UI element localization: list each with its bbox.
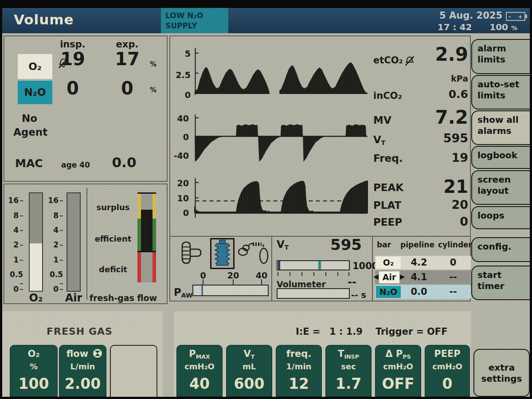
air-supply-chip[interactable]: Air xyxy=(379,271,399,283)
peep-setting-value: 0 xyxy=(425,375,469,392)
fgf-center-top xyxy=(141,194,153,210)
etco2-unit: kPa xyxy=(419,74,468,83)
tinsp-button[interactable]: TINSP sec 1.7 xyxy=(325,345,372,397)
show-all-alarms-button[interactable]: show all alarms xyxy=(471,110,530,145)
fresh-gas-panel: FRESH GAS O₂ % 100 flow L/min 2.00 xyxy=(2,311,163,397)
air-gauge-caption: Air xyxy=(63,292,84,304)
config-button[interactable]: config. xyxy=(471,237,530,262)
battery-plus: + xyxy=(518,13,523,20)
gas-supply-col-cylinder: cylinder xyxy=(438,240,472,249)
waveform-panel: 5 2.5 0 etCO₂ 2.9 kPa inCO₂ 0.6 40 0 -40… xyxy=(169,35,471,301)
flow-axis-tick: 40 xyxy=(172,113,189,123)
start-timer-button[interactable]: start timer xyxy=(471,266,530,300)
flow-selector-icon xyxy=(93,348,102,358)
vt-bargraph-marker xyxy=(318,261,321,270)
vt-setting-value: 600 xyxy=(227,375,272,392)
page-title: Volume xyxy=(14,12,74,27)
peep-label: PEEP xyxy=(373,216,402,228)
peep-setting-unit: cmH₂O xyxy=(425,362,469,371)
screen-layout-button[interactable]: screen layout xyxy=(471,170,530,205)
vt-setting-unit: mL xyxy=(227,362,272,371)
fresh-gas-o2-button[interactable]: O₂ % 100 xyxy=(10,345,58,397)
ventilator-screen: Volume LOW N₂O SUPPLY 5 Aug. 2025 - + 17… xyxy=(2,8,530,397)
fgf-center-fill xyxy=(141,210,153,251)
vt-bar-value: 595 xyxy=(317,236,362,254)
air-select-left-arrow-icon: ◀ xyxy=(373,273,379,281)
battery-minus: - xyxy=(509,13,511,20)
peep-setting-label: PEEP xyxy=(425,348,469,359)
mv-value: 7.2 xyxy=(419,106,468,128)
tinsp-unit: sec xyxy=(326,362,371,371)
exp-column-header: exp. xyxy=(109,39,145,50)
volumeter-value: -- xyxy=(348,276,356,288)
vt-setting-label: VT xyxy=(227,348,272,360)
co2-axis-tick: 2.5 xyxy=(174,70,191,80)
freq-monitor-value: 19 xyxy=(419,151,468,164)
fresh-gas-title: FRESH GAS xyxy=(47,326,113,337)
header-bar: Volume LOW N₂O SUPPLY 5 Aug. 2025 - + 17… xyxy=(2,8,530,33)
auto-set-limits-button[interactable]: auto-set limits xyxy=(471,75,530,110)
o2-insp-value: 19 xyxy=(54,49,91,69)
vt-scale-tick xyxy=(313,272,314,276)
freq-setting-value: 12 xyxy=(276,375,321,392)
peep-setting-button[interactable]: PEEP cmH₂O 0 xyxy=(425,345,470,397)
gas-supply-col-pipeline: pipeline xyxy=(400,240,434,249)
manual-bag-icon xyxy=(177,240,205,266)
plat-value: 20 xyxy=(419,198,468,211)
empty-softkey-slot xyxy=(110,345,157,397)
fresh-gas-o2-value: 100 xyxy=(10,375,57,392)
air-gauge-tick: 1 xyxy=(45,255,63,264)
paw-axis-tick: 10 xyxy=(172,193,189,203)
peak-value: 21 xyxy=(419,176,468,197)
apnea-time: -- s xyxy=(351,290,366,300)
vt-scale-tick xyxy=(278,272,278,276)
mac-value: 0.0 xyxy=(106,154,142,170)
flow-waveform xyxy=(194,102,368,171)
vt-monitor-label: VT xyxy=(373,134,385,146)
fresh-gas-flow-value: 2.00 xyxy=(59,375,106,392)
o2-gauge-tick: 4 xyxy=(5,226,23,235)
pps-button[interactable]: Δ PPS cmH₂O OFF xyxy=(375,345,421,397)
vt-scale-tick xyxy=(325,272,326,276)
fresh-gas-flow-unit: L/min xyxy=(59,362,106,371)
vt-bargraph xyxy=(277,260,350,270)
fgf-right-strip xyxy=(153,194,156,282)
freq-setting-button[interactable]: freq. 1/min 12 xyxy=(276,345,322,397)
paw-bar-tickmark xyxy=(261,279,262,285)
vt-setting-button[interactable]: VT mL 600 xyxy=(226,345,272,397)
paw-bar-label: PAW xyxy=(174,286,192,299)
o2-gauge-tick: 16 xyxy=(5,196,23,205)
o2-pipeline-value: 4.2 xyxy=(403,256,434,270)
n2o-unit: % xyxy=(150,86,156,94)
efficient-zone-label: efficient xyxy=(90,234,137,243)
logbook-button[interactable]: logbook xyxy=(471,146,530,169)
pmax-button[interactable]: PMAX cmH₂O 40 xyxy=(176,345,223,397)
mv-label: MV xyxy=(373,114,391,126)
pmax-unit: cmH₂O xyxy=(177,362,222,371)
alarm-limits-button[interactable]: alarm limits xyxy=(471,39,530,74)
trigger-value: OFF xyxy=(427,326,448,337)
co2-waveform xyxy=(194,42,368,107)
fresh-gas-flow-button[interactable]: flow L/min 2.00 xyxy=(59,345,106,397)
loops-button[interactable]: loops xyxy=(471,206,530,229)
flow-trace xyxy=(195,124,366,162)
agent-status-line2: Agent xyxy=(13,126,47,138)
air-gauge-tick: 4 xyxy=(45,226,63,235)
fresh-gas-gauges-panel: 16 8 4 2 1 0.5 0 16 8 4 2 1 0.5 0 surplu… xyxy=(4,184,168,304)
deficit-zone-label: deficit xyxy=(90,265,137,274)
paw-bar-tickmark xyxy=(233,279,234,285)
time: 17 : 42 xyxy=(438,22,472,32)
paw-bar-tick: 0 xyxy=(197,270,209,280)
trigger-label: Trigger = xyxy=(376,326,424,337)
etco2-alarm-off-bell-icon xyxy=(403,55,416,67)
flow-axis-tick: -40 xyxy=(172,151,189,160)
panel-v-divider1 xyxy=(271,237,272,301)
o2-gauge-tick: 0 xyxy=(5,285,23,293)
tinsp-label: TINSP xyxy=(326,348,371,360)
extra-settings-button[interactable]: extra settings xyxy=(473,349,530,397)
vent-settings-panel: I:E = 1 : 1.9 Trigger = OFF PMAX cmH₂O 4… xyxy=(174,311,471,397)
mac-label: MAC xyxy=(15,157,43,170)
gas-supply-col-bar: bar xyxy=(377,240,391,249)
paw-axis-tick: 20 xyxy=(172,178,189,188)
fgf-zero-line xyxy=(137,251,156,252)
